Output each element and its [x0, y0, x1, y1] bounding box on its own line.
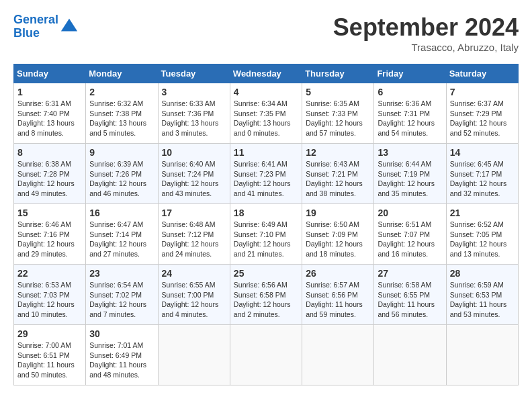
calendar-cell: 25Sunrise: 6:56 AM Sunset: 6:58 PM Dayli… — [230, 265, 302, 325]
day-details: Sunrise: 6:55 AM Sunset: 7:00 PM Dayligh… — [162, 280, 226, 320]
month-title: September 2024 — [333, 13, 519, 42]
day-details: Sunrise: 6:43 AM Sunset: 7:21 PM Dayligh… — [306, 159, 370, 199]
day-details: Sunrise: 6:52 AM Sunset: 7:05 PM Dayligh… — [450, 220, 515, 259]
calendar-cell: 4Sunrise: 6:34 AM Sunset: 7:35 PM Daylig… — [230, 83, 302, 144]
header-thursday: Thursday — [302, 64, 374, 83]
day-details: Sunrise: 6:57 AM Sunset: 6:56 PM Dayligh… — [306, 280, 370, 320]
day-details: Sunrise: 6:51 AM Sunset: 7:07 PM Dayligh… — [378, 220, 442, 259]
calendar-cell: 21Sunrise: 6:52 AM Sunset: 7:05 PM Dayli… — [446, 204, 518, 265]
calendar-cell: 30Sunrise: 7:01 AM Sunset: 6:49 PM Dayli… — [86, 325, 158, 385]
svg-marker-0 — [61, 19, 77, 32]
day-details: Sunrise: 7:01 AM Sunset: 6:49 PM Dayligh… — [89, 340, 154, 380]
day-number: 5 — [306, 87, 370, 97]
calendar-cell: 5Sunrise: 6:35 AM Sunset: 7:33 PM Daylig… — [302, 83, 374, 144]
calendar-cell: 3Sunrise: 6:33 AM Sunset: 7:36 PM Daylig… — [158, 83, 230, 144]
calendar-week-2: 8Sunrise: 6:38 AM Sunset: 7:28 PM Daylig… — [14, 144, 519, 204]
day-number: 25 — [234, 268, 298, 279]
calendar-cell: 20Sunrise: 6:51 AM Sunset: 7:07 PM Dayli… — [374, 204, 446, 265]
calendar-cell: 13Sunrise: 6:44 AM Sunset: 7:19 PM Dayli… — [374, 144, 446, 204]
header-monday: Monday — [86, 64, 158, 83]
day-number: 18 — [234, 208, 298, 218]
day-number: 19 — [306, 208, 370, 218]
day-number: 29 — [17, 328, 82, 339]
day-details: Sunrise: 6:32 AM Sunset: 7:38 PM Dayligh… — [89, 99, 154, 138]
day-number: 3 — [162, 87, 226, 97]
calendar-cell — [374, 325, 446, 385]
logo-text: GeneralBlue — [13, 13, 58, 40]
calendar-cell: 29Sunrise: 7:00 AM Sunset: 6:51 PM Dayli… — [14, 325, 86, 385]
day-details: Sunrise: 6:46 AM Sunset: 7:16 PM Dayligh… — [17, 220, 82, 259]
day-number: 11 — [234, 147, 298, 158]
day-details: Sunrise: 6:49 AM Sunset: 7:10 PM Dayligh… — [234, 220, 298, 259]
header-friday: Friday — [374, 64, 446, 83]
day-details: Sunrise: 6:34 AM Sunset: 7:35 PM Dayligh… — [234, 99, 298, 138]
day-number: 24 — [162, 268, 226, 279]
calendar-week-3: 15Sunrise: 6:46 AM Sunset: 7:16 PM Dayli… — [14, 204, 519, 265]
logo-icon — [60, 17, 79, 36]
day-details: Sunrise: 6:59 AM Sunset: 6:53 PM Dayligh… — [450, 280, 515, 320]
calendar-cell — [446, 325, 518, 385]
calendar-cell: 22Sunrise: 6:53 AM Sunset: 7:03 PM Dayli… — [14, 265, 86, 325]
title-block: September 2024 Trasacco, Abruzzo, Italy — [333, 13, 519, 53]
calendar-cell: 28Sunrise: 6:59 AM Sunset: 6:53 PM Dayli… — [446, 265, 518, 325]
calendar-cell: 7Sunrise: 6:37 AM Sunset: 7:29 PM Daylig… — [446, 83, 518, 144]
day-details: Sunrise: 6:53 AM Sunset: 7:03 PM Dayligh… — [17, 280, 82, 320]
calendar-cell: 26Sunrise: 6:57 AM Sunset: 6:56 PM Dayli… — [302, 265, 374, 325]
day-number: 2 — [89, 87, 154, 97]
page-header: GeneralBlue September 2024 Trasacco, Abr… — [13, 13, 519, 53]
calendar-cell: 15Sunrise: 6:46 AM Sunset: 7:16 PM Dayli… — [14, 204, 86, 265]
calendar-cell: 19Sunrise: 6:50 AM Sunset: 7:09 PM Dayli… — [302, 204, 374, 265]
day-details: Sunrise: 6:33 AM Sunset: 7:36 PM Dayligh… — [162, 99, 226, 138]
day-number: 17 — [162, 208, 226, 218]
calendar-cell: 23Sunrise: 6:54 AM Sunset: 7:02 PM Dayli… — [86, 265, 158, 325]
day-details: Sunrise: 6:45 AM Sunset: 7:17 PM Dayligh… — [450, 159, 515, 199]
day-details: Sunrise: 6:44 AM Sunset: 7:19 PM Dayligh… — [378, 159, 442, 199]
calendar-cell — [302, 325, 374, 385]
location: Trasacco, Abruzzo, Italy — [333, 42, 519, 53]
day-number: 21 — [450, 208, 515, 218]
calendar-cell: 11Sunrise: 6:41 AM Sunset: 7:23 PM Dayli… — [230, 144, 302, 204]
calendar-cell: 18Sunrise: 6:49 AM Sunset: 7:10 PM Dayli… — [230, 204, 302, 265]
header-tuesday: Tuesday — [158, 64, 230, 83]
calendar-cell: 27Sunrise: 6:58 AM Sunset: 6:55 PM Dayli… — [374, 265, 446, 325]
day-details: Sunrise: 7:00 AM Sunset: 6:51 PM Dayligh… — [17, 340, 82, 380]
calendar-cell: 9Sunrise: 6:39 AM Sunset: 7:26 PM Daylig… — [86, 144, 158, 204]
day-number: 30 — [89, 328, 154, 339]
day-number: 28 — [450, 268, 515, 279]
calendar-cell: 16Sunrise: 6:47 AM Sunset: 7:14 PM Dayli… — [86, 204, 158, 265]
calendar-cell: 24Sunrise: 6:55 AM Sunset: 7:00 PM Dayli… — [158, 265, 230, 325]
day-number: 13 — [378, 147, 442, 158]
day-number: 6 — [378, 87, 442, 97]
calendar-cell — [158, 325, 230, 385]
header-saturday: Saturday — [446, 64, 518, 83]
day-number: 16 — [89, 208, 154, 218]
day-number: 9 — [89, 147, 154, 158]
day-details: Sunrise: 6:31 AM Sunset: 7:40 PM Dayligh… — [17, 99, 82, 138]
day-details: Sunrise: 6:56 AM Sunset: 6:58 PM Dayligh… — [234, 280, 298, 320]
calendar-table: SundayMondayTuesdayWednesdayThursdayFrid… — [13, 64, 519, 385]
day-number: 22 — [17, 268, 82, 279]
day-details: Sunrise: 6:36 AM Sunset: 7:31 PM Dayligh… — [378, 99, 442, 138]
calendar-week-5: 29Sunrise: 7:00 AM Sunset: 6:51 PM Dayli… — [14, 325, 519, 385]
calendar-week-1: 1Sunrise: 6:31 AM Sunset: 7:40 PM Daylig… — [14, 83, 519, 144]
day-details: Sunrise: 6:54 AM Sunset: 7:02 PM Dayligh… — [89, 280, 154, 320]
day-details: Sunrise: 6:41 AM Sunset: 7:23 PM Dayligh… — [234, 159, 298, 199]
day-number: 1 — [17, 87, 82, 97]
day-details: Sunrise: 6:38 AM Sunset: 7:28 PM Dayligh… — [17, 159, 82, 199]
day-details: Sunrise: 6:37 AM Sunset: 7:29 PM Dayligh… — [450, 99, 515, 138]
day-number: 23 — [89, 268, 154, 279]
day-details: Sunrise: 6:48 AM Sunset: 7:12 PM Dayligh… — [162, 220, 226, 259]
day-details: Sunrise: 6:58 AM Sunset: 6:55 PM Dayligh… — [378, 280, 442, 320]
calendar-week-4: 22Sunrise: 6:53 AM Sunset: 7:03 PM Dayli… — [14, 265, 519, 325]
header-sunday: Sunday — [14, 64, 86, 83]
day-number: 26 — [306, 268, 370, 279]
header-wednesday: Wednesday — [230, 64, 302, 83]
day-number: 12 — [306, 147, 370, 158]
day-number: 20 — [378, 208, 442, 218]
calendar-cell: 1Sunrise: 6:31 AM Sunset: 7:40 PM Daylig… — [14, 83, 86, 144]
calendar-cell: 2Sunrise: 6:32 AM Sunset: 7:38 PM Daylig… — [86, 83, 158, 144]
day-details: Sunrise: 6:50 AM Sunset: 7:09 PM Dayligh… — [306, 220, 370, 259]
day-number: 10 — [162, 147, 226, 158]
calendar-cell: 8Sunrise: 6:38 AM Sunset: 7:28 PM Daylig… — [14, 144, 86, 204]
calendar-header-row: SundayMondayTuesdayWednesdayThursdayFrid… — [14, 64, 519, 83]
